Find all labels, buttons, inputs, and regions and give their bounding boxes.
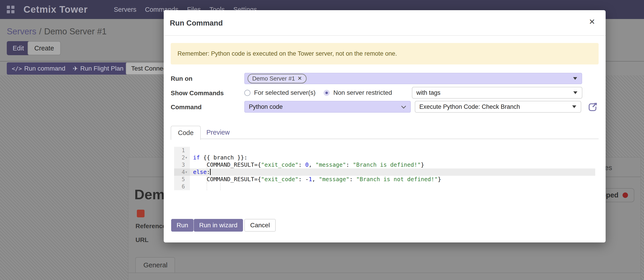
text-cursor [210, 169, 211, 175]
run-in-wizard-button[interactable]: Run in wizard [194, 219, 243, 232]
app-brand[interactable]: Cetmix Tower [24, 4, 88, 15]
editor-gutter: 6 [174, 183, 190, 190]
run-on-select[interactable]: Demo Server #1 ✕ [244, 73, 582, 84]
editor-code-line[interactable]: COMMAND_RESULT={"exit_code": -1, "messag… [190, 176, 595, 183]
truncated-text-fragment: es [605, 164, 612, 172]
editor-line-6[interactable]: 6 [174, 183, 595, 190]
run-command-modal: Run Command ✕ Remember: Python code is e… [164, 10, 606, 242]
radio-non-server-restricted-label: Non server restricted [333, 89, 392, 96]
breadcrumb-separator: / [39, 27, 42, 36]
command-type-select[interactable]: Python code [244, 101, 411, 113]
radio-icon-checked[interactable] [324, 90, 330, 96]
apps-grid-icon[interactable] [7, 6, 14, 13]
breadcrumb-servers-link[interactable]: Servers [7, 27, 36, 36]
run-command-button[interactable]: </> Run command [7, 62, 70, 75]
command-type-value: Python code [245, 103, 283, 110]
breadcrumb: Servers/Demo Server #1 [7, 27, 106, 36]
command-select[interactable]: Execute Python Code: Check Branch [415, 101, 581, 113]
python-warning-text: Remember: Python code is executed on the… [178, 50, 397, 57]
dropdown-caret-icon [573, 91, 578, 94]
editor-gutter: 3 [174, 161, 190, 169]
editor-line-3[interactable]: 3 COMMAND_RESULT={"exit_code": 0, "messa… [174, 161, 595, 169]
radio-for-selected-servers-label: For selected server(s) [254, 89, 316, 96]
plane-icon: ✈ [73, 65, 78, 72]
code-preview-tabs: Code Preview [171, 125, 598, 139]
url-label: URL [136, 236, 148, 244]
command-label: Command [171, 104, 202, 111]
radio-for-selected-servers[interactable]: For selected server(s) [244, 89, 316, 96]
edit-button[interactable]: Edit [7, 41, 30, 55]
radio-non-server-restricted[interactable]: Non server restricted [324, 89, 392, 96]
editor-gutter: 1 [174, 147, 190, 154]
screen: Cetmix Tower ServersCommandsFilesToolsSe… [0, 0, 644, 280]
tag-remove-icon[interactable]: ✕ [298, 76, 302, 81]
editor-code-line[interactable]: if {{ branch }}: [190, 154, 595, 161]
command-select-value: Execute Python Code: Check Branch [415, 103, 520, 110]
run-button[interactable]: Run [171, 219, 194, 232]
with-tags-value: with tags [412, 89, 440, 96]
editor-gutter: 2▾ [174, 154, 190, 161]
indent-guide [220, 183, 220, 190]
reference-label: Reference [136, 223, 166, 230]
dropdown-caret-icon [573, 77, 577, 80]
breadcrumb-current: Demo Server #1 [44, 27, 106, 36]
editor-code-line[interactable]: COMMAND_RESULT={"exit_code": 0, "message… [190, 161, 595, 169]
server-tag-label: Demo Server #1 [252, 75, 295, 82]
cancel-button[interactable]: Cancel [244, 219, 276, 232]
indent-guide [206, 176, 207, 183]
code-icon: </> [12, 65, 22, 72]
indent-guide [206, 161, 207, 169]
notebook-divider [128, 272, 640, 273]
editor-line-4[interactable]: 4▾else: [174, 169, 595, 176]
show-commands-radios: For selected server(s) Non server restri… [244, 87, 392, 99]
tab-preview[interactable]: Preview [200, 125, 236, 139]
run-command-label: Run command [24, 65, 65, 72]
code-editor[interactable]: 12▾if {{ branch }}:3 COMMAND_RESULT={"ex… [174, 147, 595, 190]
python-warning-alert: Remember: Python code is executed on the… [171, 43, 598, 64]
modal-header: Run Command ✕ [164, 10, 606, 36]
editor-line-2[interactable]: 2▾if {{ branch }}: [174, 154, 595, 161]
menu-item-servers[interactable]: Servers [114, 6, 136, 13]
editor-code-line[interactable]: else: [190, 169, 595, 176]
editor-gutter: 5 [174, 176, 190, 183]
run-on-label: Run on [171, 75, 192, 82]
status-dot-icon [622, 193, 628, 198]
editor-line-5[interactable]: 5 COMMAND_RESULT={"exit_code": -1, "mess… [174, 176, 595, 183]
fold-caret-icon[interactable]: ▾ [186, 156, 188, 160]
tab-general[interactable]: General [135, 257, 175, 272]
run-flight-plan-button[interactable]: ✈ Run Flight Plan [68, 62, 128, 75]
fold-caret-icon[interactable]: ▾ [186, 170, 188, 174]
editor-gutter: 4▾ [174, 169, 190, 176]
editor-code-line[interactable] [190, 183, 595, 190]
radio-icon-unchecked[interactable] [244, 90, 250, 96]
show-commands-label: Show Commands [171, 90, 224, 97]
dropdown-caret-icon [572, 105, 576, 108]
run-flight-plan-label: Run Flight Plan [80, 65, 123, 72]
external-link-icon[interactable] [588, 102, 598, 112]
chevron-down-icon [401, 104, 406, 108]
color-swatch[interactable] [137, 210, 144, 217]
close-icon[interactable]: ✕ [589, 18, 596, 26]
tab-code[interactable]: Code [171, 126, 201, 140]
create-button[interactable]: Create [28, 41, 61, 55]
modal-title: Run Command [170, 19, 223, 27]
indent-guide [206, 183, 207, 190]
editor-code-line[interactable] [190, 147, 595, 154]
editor-line-1[interactable]: 1 [174, 147, 595, 154]
server-tag[interactable]: Demo Server #1 ✕ [248, 74, 307, 83]
with-tags-select[interactable]: with tags [412, 87, 582, 99]
